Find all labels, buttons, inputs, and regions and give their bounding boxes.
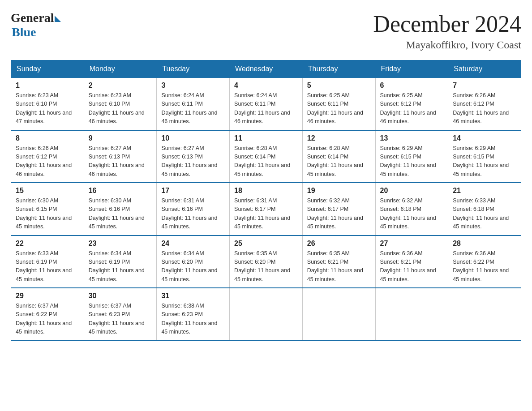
calendar-day-cell: 8 Sunrise: 6:26 AMSunset: 6:12 PMDayligh… xyxy=(11,130,84,183)
day-info: Sunrise: 6:24 AMSunset: 6:11 PMDaylight:… xyxy=(234,91,298,126)
day-number: 9 xyxy=(89,134,152,142)
calendar-day-cell: 7 Sunrise: 6:26 AMSunset: 6:12 PMDayligh… xyxy=(448,78,521,130)
day-number: 23 xyxy=(89,240,152,248)
calendar-day-cell: 5 Sunrise: 6:25 AMSunset: 6:11 PMDayligh… xyxy=(302,78,375,130)
day-number: 18 xyxy=(234,187,298,195)
logo-general-text: General xyxy=(11,11,54,25)
day-info: Sunrise: 6:34 AMSunset: 6:20 PMDaylight:… xyxy=(161,249,225,284)
logo-arrow-icon xyxy=(55,16,61,22)
calendar-day-cell: 3 Sunrise: 6:24 AMSunset: 6:11 PMDayligh… xyxy=(157,78,230,130)
day-info: Sunrise: 6:33 AMSunset: 6:19 PMDaylight:… xyxy=(16,249,79,284)
day-info: Sunrise: 6:25 AMSunset: 6:12 PMDaylight:… xyxy=(380,91,444,126)
day-info: Sunrise: 6:31 AMSunset: 6:17 PMDaylight:… xyxy=(234,197,298,231)
day-number: 4 xyxy=(234,81,298,90)
day-number: 6 xyxy=(380,81,444,90)
day-info: Sunrise: 6:36 AMSunset: 6:21 PMDaylight:… xyxy=(380,249,444,284)
calendar-day-cell: 28 Sunrise: 6:36 AMSunset: 6:22 PMDaylig… xyxy=(448,235,521,288)
calendar-day-cell: 17 Sunrise: 6:31 AMSunset: 6:16 PMDaylig… xyxy=(157,183,230,235)
day-info: Sunrise: 6:37 AMSunset: 6:22 PMDaylight:… xyxy=(16,302,79,337)
calendar-day-cell: 19 Sunrise: 6:32 AMSunset: 6:17 PMDaylig… xyxy=(302,183,375,235)
calendar-day-cell: 31 Sunrise: 6:38 AMSunset: 6:23 PMDaylig… xyxy=(157,288,230,341)
calendar-header-row: SundayMondayTuesdayWednesdayThursdayFrid… xyxy=(11,60,521,78)
calendar-day-cell: 12 Sunrise: 6:28 AMSunset: 6:14 PMDaylig… xyxy=(302,130,375,183)
calendar-day-cell: 9 Sunrise: 6:27 AMSunset: 6:13 PMDayligh… xyxy=(84,130,157,183)
calendar-week-row: 29 Sunrise: 6:37 AMSunset: 6:22 PMDaylig… xyxy=(11,288,521,341)
calendar-week-row: 15 Sunrise: 6:30 AMSunset: 6:15 PMDaylig… xyxy=(11,183,521,235)
day-number: 19 xyxy=(307,187,371,195)
day-info: Sunrise: 6:30 AMSunset: 6:16 PMDaylight:… xyxy=(89,197,152,231)
logo: General Blue xyxy=(11,11,61,39)
day-info: Sunrise: 6:30 AMSunset: 6:15 PMDaylight:… xyxy=(16,197,79,231)
calendar-day-cell: 30 Sunrise: 6:37 AMSunset: 6:23 PMDaylig… xyxy=(84,288,157,341)
day-number: 31 xyxy=(161,292,225,300)
day-info: Sunrise: 6:27 AMSunset: 6:13 PMDaylight:… xyxy=(161,144,225,179)
day-number: 22 xyxy=(16,240,79,248)
day-number: 5 xyxy=(307,81,371,90)
day-info: Sunrise: 6:32 AMSunset: 6:17 PMDaylight:… xyxy=(307,197,371,231)
day-number: 28 xyxy=(453,240,516,248)
calendar-day-cell: 22 Sunrise: 6:33 AMSunset: 6:19 PMDaylig… xyxy=(11,235,84,288)
calendar-day-cell: 25 Sunrise: 6:35 AMSunset: 6:20 PMDaylig… xyxy=(230,235,303,288)
day-info: Sunrise: 6:24 AMSunset: 6:11 PMDaylight:… xyxy=(161,91,225,126)
calendar-week-row: 1 Sunrise: 6:23 AMSunset: 6:10 PMDayligh… xyxy=(11,78,521,130)
day-info: Sunrise: 6:37 AMSunset: 6:23 PMDaylight:… xyxy=(89,302,152,337)
calendar-day-cell: 10 Sunrise: 6:27 AMSunset: 6:13 PMDaylig… xyxy=(157,130,230,183)
day-info: Sunrise: 6:36 AMSunset: 6:22 PMDaylight:… xyxy=(453,249,516,284)
day-info: Sunrise: 6:23 AMSunset: 6:10 PMDaylight:… xyxy=(16,91,79,126)
calendar-day-cell: 14 Sunrise: 6:29 AMSunset: 6:15 PMDaylig… xyxy=(448,130,521,183)
calendar-day-cell: 21 Sunrise: 6:33 AMSunset: 6:18 PMDaylig… xyxy=(448,183,521,235)
calendar-day-cell: 15 Sunrise: 6:30 AMSunset: 6:15 PMDaylig… xyxy=(11,183,84,235)
day-number: 20 xyxy=(380,187,444,195)
calendar-day-cell xyxy=(302,288,375,341)
day-number: 27 xyxy=(380,240,444,248)
calendar-day-cell: 26 Sunrise: 6:35 AMSunset: 6:21 PMDaylig… xyxy=(302,235,375,288)
calendar-day-cell: 23 Sunrise: 6:34 AMSunset: 6:19 PMDaylig… xyxy=(84,235,157,288)
day-number: 17 xyxy=(161,187,225,195)
day-info: Sunrise: 6:31 AMSunset: 6:16 PMDaylight:… xyxy=(161,197,225,231)
day-number: 24 xyxy=(161,240,225,248)
day-info: Sunrise: 6:23 AMSunset: 6:10 PMDaylight:… xyxy=(89,91,152,126)
calendar-table: SundayMondayTuesdayWednesdayThursdayFrid… xyxy=(11,60,521,341)
day-number: 25 xyxy=(234,240,298,248)
calendar-day-cell: 16 Sunrise: 6:30 AMSunset: 6:16 PMDaylig… xyxy=(84,183,157,235)
day-number: 2 xyxy=(89,81,152,90)
day-info: Sunrise: 6:29 AMSunset: 6:15 PMDaylight:… xyxy=(453,144,516,179)
title-block: December 2024 Mayakoffikro, Ivory Coast xyxy=(373,11,521,51)
month-year-title: December 2024 xyxy=(373,11,521,37)
day-number: 8 xyxy=(16,134,79,142)
header-friday: Friday xyxy=(375,60,448,78)
day-info: Sunrise: 6:34 AMSunset: 6:19 PMDaylight:… xyxy=(89,249,152,284)
day-number: 11 xyxy=(234,134,298,142)
calendar-day-cell: 27 Sunrise: 6:36 AMSunset: 6:21 PMDaylig… xyxy=(375,235,448,288)
day-number: 21 xyxy=(453,187,516,195)
day-info: Sunrise: 6:29 AMSunset: 6:15 PMDaylight:… xyxy=(380,144,444,179)
logo-blue-text: Blue xyxy=(12,25,36,39)
day-number: 29 xyxy=(16,292,79,300)
header-sunday: Sunday xyxy=(11,60,84,78)
day-info: Sunrise: 6:26 AMSunset: 6:12 PMDaylight:… xyxy=(16,144,79,179)
day-number: 10 xyxy=(161,134,225,142)
calendar-day-cell xyxy=(448,288,521,341)
header-thursday: Thursday xyxy=(302,60,375,78)
day-info: Sunrise: 6:28 AMSunset: 6:14 PMDaylight:… xyxy=(234,144,298,179)
day-number: 12 xyxy=(307,134,371,142)
location-subtitle: Mayakoffikro, Ivory Coast xyxy=(373,39,521,51)
day-number: 13 xyxy=(380,134,444,142)
day-info: Sunrise: 6:35 AMSunset: 6:20 PMDaylight:… xyxy=(234,249,298,284)
calendar-week-row: 22 Sunrise: 6:33 AMSunset: 6:19 PMDaylig… xyxy=(11,235,521,288)
calendar-day-cell: 11 Sunrise: 6:28 AMSunset: 6:14 PMDaylig… xyxy=(230,130,303,183)
page-header: General Blue December 2024 Mayakoffikro,… xyxy=(11,11,521,51)
calendar-day-cell: 4 Sunrise: 6:24 AMSunset: 6:11 PMDayligh… xyxy=(230,78,303,130)
day-info: Sunrise: 6:33 AMSunset: 6:18 PMDaylight:… xyxy=(453,197,516,231)
day-info: Sunrise: 6:25 AMSunset: 6:11 PMDaylight:… xyxy=(307,91,371,126)
calendar-day-cell xyxy=(230,288,303,341)
day-number: 16 xyxy=(89,187,152,195)
calendar-day-cell xyxy=(375,288,448,341)
day-info: Sunrise: 6:28 AMSunset: 6:14 PMDaylight:… xyxy=(307,144,371,179)
calendar-day-cell: 29 Sunrise: 6:37 AMSunset: 6:22 PMDaylig… xyxy=(11,288,84,341)
header-saturday: Saturday xyxy=(448,60,521,78)
day-number: 26 xyxy=(307,240,371,248)
calendar-day-cell: 1 Sunrise: 6:23 AMSunset: 6:10 PMDayligh… xyxy=(11,78,84,130)
day-info: Sunrise: 6:32 AMSunset: 6:18 PMDaylight:… xyxy=(380,197,444,231)
day-info: Sunrise: 6:35 AMSunset: 6:21 PMDaylight:… xyxy=(307,249,371,284)
